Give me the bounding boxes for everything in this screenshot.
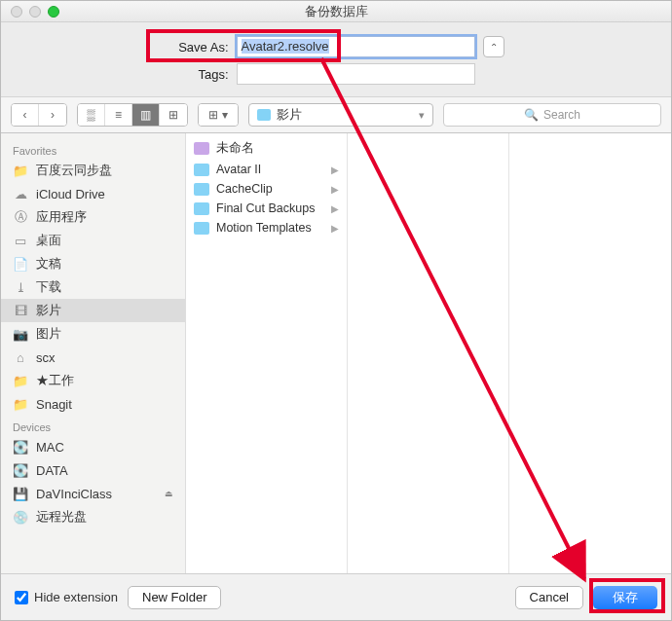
file-column-2[interactable]: [348, 133, 509, 573]
titlebar: 备份数据库: [1, 1, 671, 22]
sidebar-item-remote-disc[interactable]: 💿远程光盘: [1, 505, 185, 529]
sidebar-item-davinciclass[interactable]: 💾DaVInciClass⏏: [1, 482, 185, 505]
doc-icon: 📄: [13, 257, 28, 271]
movie-file-icon: [194, 142, 209, 155]
cloud-icon: ☁: [13, 187, 28, 201]
sidebar-item-data[interactable]: 💽DATA: [1, 458, 185, 482]
folder-icon: [194, 183, 209, 196]
folder-icon: 📁: [13, 164, 28, 177]
sidebar-item-documents[interactable]: 📄文稿: [1, 252, 185, 275]
folder-icon: [194, 222, 209, 235]
chevron-right-icon: ▶: [331, 164, 339, 175]
file-column-1[interactable]: 未命名 Avatar II▶ CacheClip▶ Final Cut Back…: [186, 133, 348, 573]
disk-icon: 💽: [13, 463, 28, 477]
sidebar-item-mac[interactable]: 💽MAC: [1, 435, 185, 458]
folder-icon: 📁: [13, 374, 28, 387]
file-item[interactable]: Avatar II▶: [186, 160, 347, 179]
folder-icon: [257, 109, 271, 121]
chevron-up-icon: ⌃: [490, 42, 498, 53]
hide-extension-input[interactable]: [15, 591, 28, 604]
forward-button[interactable]: ›: [39, 104, 66, 126]
camera-icon: 📷: [13, 327, 28, 341]
download-icon: ⤓: [13, 280, 28, 294]
group-button[interactable]: ⊞ ▾: [199, 104, 238, 126]
eject-icon[interactable]: ⏏: [165, 489, 173, 498]
sidebar-item-applications[interactable]: Ⓐ应用程序: [1, 205, 185, 229]
sidebar: Favorites 📁百度云同步盘 ☁iCloud Drive Ⓐ应用程序 ▭桌…: [1, 133, 186, 573]
search-input[interactable]: 🔍 Search: [443, 103, 661, 127]
sidebar-item-movies[interactable]: 🎞影片: [1, 299, 185, 322]
sidebar-item-baidu[interactable]: 📁百度云同步盘: [1, 159, 185, 182]
expand-button[interactable]: ⌃: [483, 36, 504, 57]
file-item[interactable]: Motion Templates▶: [186, 218, 347, 237]
nav-back-forward[interactable]: ‹ ›: [11, 103, 67, 127]
desktop-icon: ▭: [13, 234, 28, 247]
icon-view-button[interactable]: ▒: [78, 104, 105, 126]
tags-label: Tags:: [168, 67, 237, 82]
chevron-right-icon: ▶: [331, 184, 339, 195]
save-as-input[interactable]: Avatar2.resolve: [237, 36, 475, 57]
movie-icon: 🎞: [13, 304, 28, 317]
sidebar-item-downloads[interactable]: ⤓下载: [1, 275, 185, 299]
window-title: 备份数据库: [1, 3, 671, 20]
hide-extension-checkbox[interactable]: Hide extension: [15, 590, 118, 604]
file-browser: 未命名 Avatar II▶ CacheClip▶ Final Cut Back…: [186, 133, 671, 573]
sidebar-header-devices: Devices: [1, 416, 185, 435]
home-icon: ⌂: [13, 350, 28, 364]
sidebar-item-pictures[interactable]: 📷图片: [1, 322, 185, 346]
list-view-button[interactable]: ≡: [105, 104, 132, 126]
cancel-button[interactable]: Cancel: [515, 586, 583, 609]
sidebar-item-icloud[interactable]: ☁iCloud Drive: [1, 182, 185, 205]
save-as-label: Save As:: [168, 40, 237, 55]
sidebar-item-desktop[interactable]: ▭桌面: [1, 229, 185, 252]
file-item[interactable]: 未命名: [186, 137, 347, 160]
folder-icon: [194, 164, 209, 176]
file-column-3[interactable]: [509, 133, 671, 573]
sidebar-header-favorites: Favorites: [1, 139, 185, 159]
chevron-right-icon: ▶: [331, 203, 339, 214]
group-menu[interactable]: ⊞ ▾: [198, 103, 239, 127]
apps-icon: Ⓐ: [13, 210, 28, 224]
search-icon: 🔍: [524, 108, 539, 122]
folder-icon: [194, 202, 209, 215]
ext-disk-icon: 💾: [13, 487, 28, 500]
disk-icon: 💽: [13, 440, 28, 454]
remote-disc-icon: 💿: [13, 510, 28, 524]
path-dropdown[interactable]: 影片 ▾: [248, 103, 433, 127]
chevron-right-icon: ▶: [331, 223, 339, 234]
gallery-view-button[interactable]: ⊞: [160, 104, 187, 126]
tags-input[interactable]: [237, 63, 475, 85]
save-button[interactable]: 保存: [593, 586, 657, 609]
view-mode-segment[interactable]: ▒ ≡ ▥ ⊞: [77, 103, 188, 127]
folder-icon: 📁: [13, 397, 28, 411]
file-item[interactable]: Final Cut Backups▶: [186, 199, 347, 218]
back-button[interactable]: ‹: [12, 104, 39, 126]
new-folder-button[interactable]: New Folder: [128, 586, 221, 609]
chevron-updown-icon: ▾: [419, 109, 425, 122]
sidebar-item-home[interactable]: ⌂scx: [1, 346, 185, 369]
sidebar-item-snagit[interactable]: 📁Snagit: [1, 392, 185, 416]
column-view-button[interactable]: ▥: [132, 104, 160, 126]
path-label: 影片: [277, 106, 302, 124]
file-item[interactable]: CacheClip▶: [186, 179, 347, 199]
sidebar-item-work[interactable]: 📁★工作: [1, 369, 185, 392]
